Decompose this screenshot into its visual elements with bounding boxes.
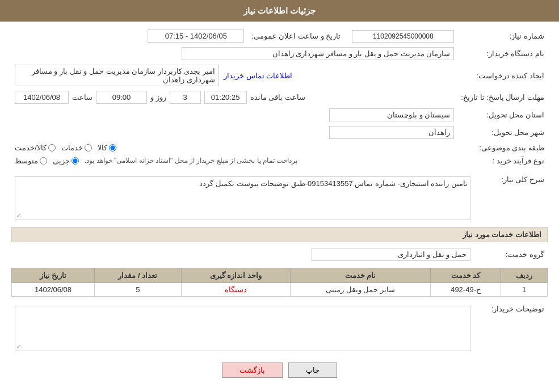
radio-jozei: جزیی	[53, 157, 79, 165]
category-options: کالا/خدمت خدمات کالا	[11, 141, 457, 154]
province-label: استان محل تحویل:	[457, 106, 548, 124]
announce-date-input: 1402/06/05 - 07:15	[148, 29, 244, 43]
radio-kala-khadamat-label: کالا/خدمت	[15, 144, 47, 152]
radio-jozei-label: جزیی	[53, 157, 70, 165]
page-container: جزئیات اطلاعات نیاز شماره نیاز: 11020925…	[0, 0, 559, 392]
buyer-notes-cell: ↙	[11, 301, 474, 353]
buyer-org-label: نام دستگاه خریدار:	[457, 45, 548, 62]
remaining-time-input: 01:20:25	[204, 91, 247, 104]
service-group-input: حمل و نقل و انبارداری	[312, 248, 470, 261]
contact-link[interactable]: اطلاعات تماس خریدار	[224, 71, 292, 80]
radio-motovaset-input[interactable]	[40, 157, 47, 165]
services-section-header: اطلاعات خدمات مورد نیاز	[11, 227, 548, 242]
back-button[interactable]: بازگشت	[222, 363, 283, 378]
table-row: 1 ح-49-492 سایر حمل ونقل زمینی دستگاه 5 …	[12, 283, 548, 297]
cell-service-code: ح-49-492	[430, 283, 501, 297]
buyer-notes-label: توضیحات خریدار:	[474, 301, 548, 353]
province-input: سیستان و بلوچستان	[329, 108, 454, 121]
province-value: سیستان و بلوچستان	[11, 106, 457, 124]
bottom-buttons: چاپ بازگشت	[11, 363, 548, 378]
need-number-input: 1102092545000008	[352, 30, 454, 43]
col-service-name: نام خدمت	[291, 268, 431, 283]
resize-handle: ↙	[16, 212, 21, 218]
announce-date-value: 1402/06/05 - 07:15	[11, 27, 247, 45]
description-value-cell: تامین راننده استیجاری- شماره تماس 091534…	[11, 172, 474, 222]
radio-kala-label: کالا	[98, 144, 107, 152]
header-info-table: شماره نیاز: 1102092545000008 تاریخ و ساع…	[11, 27, 548, 167]
deadline-time-input: 09:00	[96, 91, 147, 104]
process-label: نوع فرآیند خرید :	[457, 154, 548, 167]
deadline-days-label: روز و	[150, 93, 166, 102]
city-input: زاهدان	[329, 126, 454, 139]
radio-kala: کالا	[98, 144, 116, 152]
buyer-notes-resize: ↙	[16, 343, 21, 349]
col-unit: واحد اندازه گیری	[181, 268, 290, 283]
cell-row-num: 1	[501, 283, 548, 297]
radio-kala-khadamat: کالا/خدمت	[15, 144, 56, 152]
category-label: طبقه بندی موضوعی:	[457, 141, 548, 154]
description-table: شرح کلی نیاز: تامین راننده استیجاری- شما…	[11, 172, 548, 222]
city-label: شهر محل تحویل:	[457, 124, 548, 141]
remaining-label: ساعت باقی مانده	[250, 93, 305, 102]
col-service-code: کد خدمت	[430, 268, 501, 283]
process-options: متوسط جزیی پرداخت تمام یا بخشی از مبلغ خ…	[11, 154, 457, 167]
need-number-value: 1102092545000008	[344, 27, 457, 45]
cell-unit: دستگاه	[181, 283, 290, 297]
description-box: تامین راننده استیجاری- شماره تماس 091534…	[15, 176, 470, 220]
radio-jozei-input[interactable]	[72, 157, 79, 165]
col-date: تاریخ نیاز	[12, 268, 95, 283]
requester-label: ایجاد کننده درخواست:	[457, 62, 548, 88]
description-text: تامین راننده استیجاری- شماره تماس 091534…	[15, 177, 470, 220]
deadline-date-input: 1402/06/08	[15, 91, 69, 104]
deadline-row: 1402/06/08 ساعت 09:00 روز و 3 01:20:25 س…	[11, 88, 457, 106]
requester-input: امیر بجدی کاربردار سازمان مدیریت حمل و ن…	[15, 65, 219, 86]
buyer-notes-text	[15, 306, 470, 349]
deadline-days-input: 3	[170, 91, 201, 104]
services-table: ردیف کد خدمت نام خدمت واحد اندازه گیری ت…	[11, 268, 548, 297]
description-label: شرح کلی نیاز:	[474, 172, 548, 222]
announce-date-label: تاریخ و ساعت اعلان عمومی:	[247, 27, 344, 45]
content-area: شماره نیاز: 1102092545000008 تاریخ و ساع…	[0, 22, 559, 390]
buyer-notes-table: توضیحات خریدار: ↙	[11, 301, 548, 353]
cell-date: 1402/06/08	[12, 283, 95, 297]
radio-motovaset-label: متوسط	[15, 157, 38, 165]
deadline-time-label: ساعت	[72, 93, 93, 102]
radio-kala-khadamat-input[interactable]	[48, 144, 56, 151]
radio-motovaset: متوسط	[15, 157, 47, 165]
buyer-org-value: سازمان مدیریت حمل و نقل بار و مسافر شهرد…	[11, 45, 457, 62]
page-title: جزئیات اطلاعات نیاز	[0, 0, 559, 22]
requester-value: امیر بجدی کاربردار سازمان مدیریت حمل و ن…	[11, 62, 457, 88]
service-group-label: گروه خدمت:	[474, 246, 548, 263]
need-number-label: شماره نیاز:	[457, 27, 548, 45]
service-group-table: گروه خدمت: حمل و نقل و انبارداری	[11, 246, 548, 263]
col-row-num: ردیف	[501, 268, 548, 283]
col-quantity: تعداد / مقدار	[95, 268, 182, 283]
buyer-notes-box: ↙	[15, 306, 470, 351]
radio-khadamat-input[interactable]	[85, 144, 92, 151]
city-value: زاهدان	[11, 124, 457, 141]
radio-khadamat-label: خدمات	[61, 144, 83, 152]
cell-service-name: سایر حمل ونقل زمینی	[291, 283, 431, 297]
response-deadline-label: مهلت ارسال پاسخ: تا تاریخ:	[457, 88, 548, 106]
cell-quantity: 5	[95, 283, 182, 297]
radio-khadamat: خدمات	[61, 144, 92, 152]
process-note: پرداخت تمام یا بخشی از مبلغ خریدار از مح…	[85, 157, 297, 165]
buyer-org-input: سازمان مدیریت حمل و نقل بار و مسافر شهرد…	[182, 47, 454, 60]
print-button[interactable]: چاپ	[288, 363, 337, 378]
service-group-value: حمل و نقل و انبارداری	[11, 246, 474, 263]
radio-kala-input[interactable]	[109, 144, 116, 151]
